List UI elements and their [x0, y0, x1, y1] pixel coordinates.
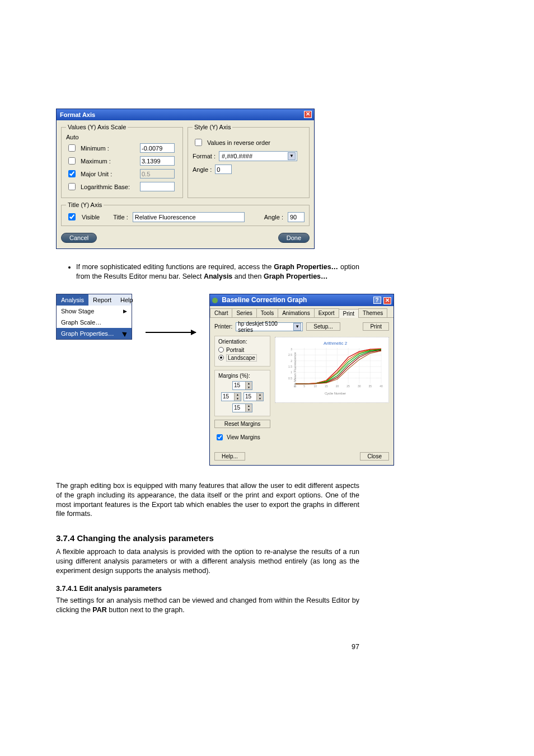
maximum-label: Maximum :: [81, 158, 137, 165]
menu-analysis[interactable]: Analysis: [57, 294, 88, 306]
print-dialog-titlebar[interactable]: Baseline Correction Graph ? ✕: [210, 294, 394, 306]
svg-text:10: 10: [313, 384, 317, 388]
tab-tools[interactable]: Tools: [256, 308, 278, 317]
setup-button[interactable]: Setup...: [306, 322, 340, 331]
tab-chart[interactable]: Chart: [210, 308, 232, 317]
tab-animations[interactable]: Animations: [278, 308, 314, 317]
chart-title: Arithmetic 2: [285, 341, 385, 346]
format-axis-dialog: Format Axis ✕ Values (Y) Axis Scale Auto…: [56, 109, 315, 249]
tab-bar: Chart Series Tools Animations Export Pri…: [210, 306, 394, 318]
help-button[interactable]: Help...: [214, 452, 245, 461]
print-tab-body: Printer: hp deskjet 5100 series ▼ Setup.…: [210, 318, 394, 448]
log-base-label: Logarithmic Base:: [81, 184, 137, 190]
portrait-radio[interactable]: Portrait: [218, 347, 266, 353]
tab-print[interactable]: Print: [339, 309, 359, 318]
margin-bottom-value[interactable]: [233, 404, 245, 412]
printer-value: hp deskjet 5100 series: [238, 321, 293, 333]
chart-preview: Arithmetic 2 Bln Mean Fluorescence 0.511…: [275, 337, 389, 403]
svg-text:3: 3: [291, 348, 292, 351]
style-angle-label: Angle :: [193, 166, 212, 173]
close-icon[interactable]: ✕: [304, 111, 312, 118]
menu-item-graph-properties[interactable]: Graph Properties…: [57, 328, 132, 339]
cursor-icon: [122, 330, 128, 337]
menu-item-label: Show Stage: [61, 308, 94, 314]
svg-text:1.5: 1.5: [288, 365, 292, 368]
title-angle-label: Angle :: [264, 214, 283, 220]
svg-text:1: 1: [291, 370, 292, 374]
svg-text:5: 5: [303, 384, 305, 388]
dialog-titlebar[interactable]: Format Axis ✕: [57, 109, 314, 120]
tab-series[interactable]: Series: [232, 308, 256, 317]
margin-top-stepper[interactable]: ▲▼: [232, 381, 252, 390]
cancel-button[interactable]: Cancel: [61, 233, 97, 243]
tab-export[interactable]: Export: [314, 308, 339, 317]
chart-xlabel: Cycle Number: [285, 392, 385, 395]
close-button[interactable]: Close: [360, 452, 389, 461]
log-base-field[interactable]: [140, 182, 175, 191]
format-value: #,##0.####: [222, 153, 252, 159]
submenu-arrow-icon: ▶: [123, 308, 127, 314]
svg-text:35: 35: [369, 384, 372, 388]
svg-text:25: 25: [346, 384, 350, 388]
maximum-field[interactable]: [140, 156, 175, 166]
print-close-icon[interactable]: ✕: [383, 297, 391, 304]
done-button[interactable]: Done: [278, 233, 310, 243]
major-unit-auto-checkbox[interactable]: [68, 170, 76, 177]
dialog-body: Values (Y) Axis Scale Auto Minimum : Max…: [57, 120, 314, 248]
log-base-checkbox[interactable]: [68, 183, 76, 190]
major-unit-field[interactable]: [140, 169, 175, 179]
title-field[interactable]: [133, 212, 245, 222]
major-unit-label: Major Unit :: [81, 171, 137, 177]
margin-right-value[interactable]: [244, 393, 256, 401]
svg-text:15: 15: [325, 384, 328, 388]
bullet-item: If more sophisticated editing functions …: [76, 262, 359, 281]
graph-properties-ref-2: Graph Properties…: [264, 273, 328, 280]
title-legend: Title (Y) Axis: [66, 201, 104, 208]
menu-report[interactable]: Report: [88, 294, 116, 306]
landscape-radio[interactable]: Landscape: [218, 354, 266, 361]
svg-text:20: 20: [336, 384, 339, 388]
dialog-title: Format Axis: [60, 111, 95, 118]
style-angle-field[interactable]: [215, 165, 232, 174]
margin-top-value[interactable]: [233, 382, 245, 389]
title-angle-field[interactable]: [288, 212, 305, 222]
reverse-order-checkbox[interactable]: [195, 139, 202, 146]
text: If more sophisticated editing functions …: [76, 263, 274, 271]
help-icon[interactable]: ?: [373, 297, 381, 304]
view-margins-checkbox[interactable]: View Margins: [214, 433, 270, 442]
menu-item-show-stage[interactable]: Show Stage ▶: [57, 306, 132, 317]
margins-label: Margins (%):: [218, 373, 266, 379]
svg-text:30: 30: [358, 384, 361, 388]
analysis-ref: Analysis: [204, 273, 232, 280]
dropdown-icon[interactable]: ▼: [288, 152, 296, 160]
menu-help[interactable]: Help: [116, 294, 138, 306]
reset-margins-button[interactable]: Reset Margins: [214, 420, 270, 428]
format-label: Format :: [193, 153, 216, 159]
printer-select[interactable]: hp deskjet 5100 series ▼: [236, 322, 303, 331]
tab-themes[interactable]: Themes: [358, 308, 387, 317]
minimum-auto-checkbox[interactable]: [68, 144, 76, 152]
menu-item-graph-scale[interactable]: Graph Scale…: [57, 317, 132, 328]
title-visible-checkbox[interactable]: [68, 213, 76, 220]
margin-left-value[interactable]: [222, 393, 234, 401]
margin-left-stepper[interactable]: ▲▼: [221, 392, 241, 401]
y-axis-title-group: Title (Y) Axis Visible Title : Angle :: [61, 201, 310, 226]
print-button[interactable]: Print: [363, 322, 389, 331]
portrait-label: Portrait: [226, 347, 244, 353]
section-heading: 3.7.4 Changing the analysis parameters: [56, 533, 359, 543]
minimum-field[interactable]: [140, 143, 175, 153]
svg-text:2: 2: [291, 359, 292, 362]
format-select[interactable]: #,##0.#### ▼: [219, 151, 297, 161]
margin-right-stepper[interactable]: ▲▼: [243, 392, 264, 401]
maximum-auto-checkbox[interactable]: [68, 157, 76, 165]
style-legend: Style (Y) Axis: [193, 124, 232, 130]
y-axis-style-group: Style (Y) Axis Values in reverse order F…: [188, 124, 310, 198]
dropdown-icon[interactable]: ▼: [293, 323, 301, 331]
bullet-list: If more sophisticated editing functions …: [56, 262, 359, 281]
subsection-heading: 3.7.4.1 Edit analysis parameters: [56, 585, 359, 593]
text: and then: [232, 273, 264, 280]
margin-bottom-stepper[interactable]: ▲▼: [232, 403, 252, 412]
svg-text:2.5: 2.5: [288, 353, 292, 356]
title-visible-label: Visible: [82, 214, 100, 220]
view-margins-label: View Margins: [227, 434, 260, 440]
